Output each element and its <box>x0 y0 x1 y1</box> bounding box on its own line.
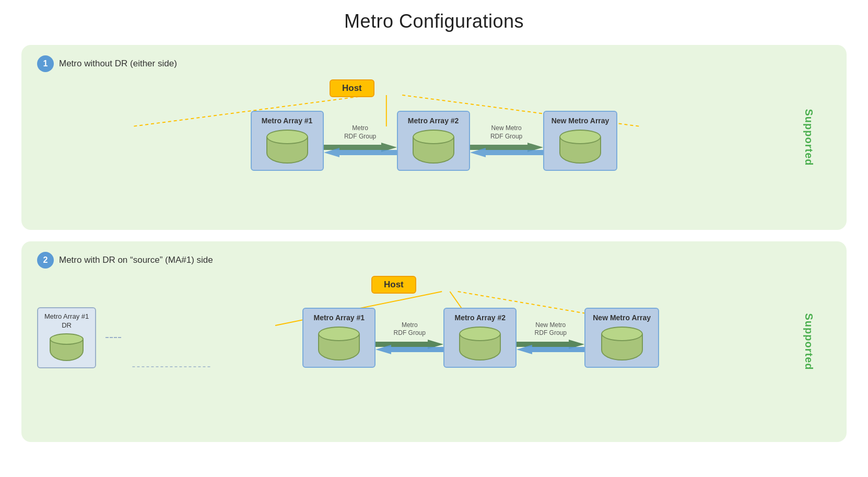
section2-arrays-main: Metro Array #1 Metro RDF Group <box>131 308 831 368</box>
section1-cylinder3 <box>559 130 601 164</box>
section1-cyl3-top <box>559 130 601 144</box>
section2-container: 2 Metro with DR on “source” (MA#1) side … <box>21 241 847 442</box>
section2-title-text: Metro with DR on “source” (MA#1) side <box>59 255 213 265</box>
section1-connector2-label: New Metro RDF Group <box>490 124 522 141</box>
section1-array1: Metro Array #1 <box>251 111 324 171</box>
section1-array3-label: New Metro Array <box>552 116 609 125</box>
section1-arrow2 <box>470 143 543 157</box>
section2-array1-label: Metro Array #1 <box>313 313 365 322</box>
section1-arrow1 <box>324 143 397 157</box>
section2-dr-box: Metro Array #1DR <box>37 307 96 368</box>
section2-array3: New Metro Array <box>584 308 659 368</box>
section1-diagram: Host Metro Array #1 <box>37 79 831 215</box>
section2-array2: Metro Array #2 <box>443 308 517 368</box>
section2-array3-label: New Metro Array <box>593 313 651 322</box>
section1-cylinder1 <box>266 130 308 164</box>
section1-array2: Metro Array #2 <box>397 111 470 171</box>
section2-connector1-label: Metro RDF Group <box>394 321 426 338</box>
section2-cylinder3 <box>601 327 643 360</box>
section2-dr-cylinder <box>50 333 84 362</box>
section2-cylinder1 <box>318 327 360 360</box>
section2-array1: Metro Array #1 <box>302 308 376 368</box>
section1-array2-label: Metro Array #2 <box>408 116 459 125</box>
section1-connector1: Metro RDF Group <box>324 124 397 157</box>
section2-cyl1-top <box>318 327 360 341</box>
section2-cyl2-top <box>459 327 501 341</box>
section2-connector2: New Metro RDF Group <box>517 321 584 354</box>
section1-arrays-row: Metro Array #1 Metro RDF Group <box>37 111 831 171</box>
section1-host: Host <box>330 79 374 97</box>
section2-title: 2 Metro with DR on “source” (MA#1) side <box>37 252 831 269</box>
section1-cyl2-top <box>413 130 454 144</box>
section1-title-text: Metro without DR (either side) <box>59 59 177 69</box>
section1-badge: 1 <box>37 55 54 72</box>
section2-diagram: Host Metro Array #1DR <box>37 276 831 427</box>
section1-title: 1 Metro without DR (either side) <box>37 55 831 72</box>
section2-arrow2 <box>517 340 584 354</box>
section2-host: Host <box>371 276 416 294</box>
section2-dr-dashed-line <box>105 337 121 338</box>
section1-array1-label: Metro Array #1 <box>262 116 313 125</box>
section1-container: 1 Metro without DR (either side) Host Me… <box>21 45 847 230</box>
page-title: Metro Configurations <box>344 10 524 32</box>
section2-cyl3-top <box>601 327 643 341</box>
section1-supported: Supported <box>803 109 815 166</box>
section1-connector2: New Metro RDF Group <box>470 124 543 157</box>
section2-array2-label: Metro Array #2 <box>454 313 506 322</box>
section1-cylinder2 <box>413 130 454 164</box>
section2-dr-label: Metro Array #1DR <box>44 312 89 330</box>
section1-cyl1-top <box>266 130 308 144</box>
section1-array3: New Metro Array <box>543 111 618 171</box>
section2-inner: Metro Array #1DR Metro Array #1 <box>37 307 831 368</box>
section2-badge: 2 <box>37 252 54 269</box>
section2-cylinder2 <box>459 327 501 360</box>
section2-connector2-label: New Metro RDF Group <box>535 321 567 338</box>
section2-supported: Supported <box>803 313 815 370</box>
section2-arrow1 <box>376 340 443 354</box>
section1-connector1-label: Metro RDF Group <box>344 124 376 141</box>
section2-connector1: Metro RDF Group <box>376 321 443 354</box>
section2-dr-cyl-top <box>50 333 84 345</box>
